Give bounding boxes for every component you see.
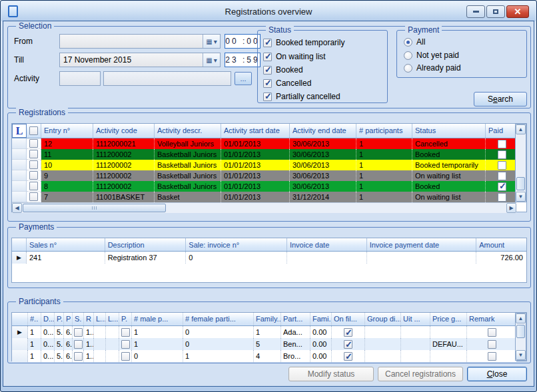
- checkbox-icon[interactable]: [263, 39, 272, 47]
- paid-checkbox-icon[interactable]: [498, 150, 506, 159]
- checkbox-icon[interactable]: [263, 79, 272, 88]
- scroll-down-icon[interactable]: ▼: [516, 192, 526, 202]
- scroll-right-icon[interactable]: ▶: [506, 203, 516, 213]
- cell-checkbox[interactable]: [467, 350, 516, 362]
- status-option-booked[interactable]: Booked: [263, 65, 303, 75]
- checkbox-icon[interactable]: [263, 66, 272, 75]
- checkbox-icon[interactable]: [29, 171, 38, 180]
- checkbox-icon[interactable]: [344, 328, 352, 337]
- horizontal-scroll-thumb[interactable]: [23, 204, 166, 212]
- list-icon[interactable]: L: [12, 124, 27, 138]
- cell-paid[interactable]: [486, 149, 516, 160]
- registration-row[interactable]: 7 11001BASKET Basket 01/01/2013 31/12/20…: [12, 192, 526, 202]
- checkbox-icon[interactable]: [74, 340, 83, 349]
- row-header[interactable]: [12, 170, 27, 181]
- participants-col-header[interactable]: # female parti...: [183, 313, 254, 325]
- till-time-input[interactable]: 23 :59: [225, 53, 261, 67]
- status-option-cancelled[interactable]: Cancelled: [263, 79, 311, 88]
- participants-col-header[interactable]: On fil...: [332, 313, 365, 325]
- cell-checkbox[interactable]: [73, 350, 84, 362]
- registration-row[interactable]: 11 111200002 Basketball Juniors 01/01/20…: [12, 149, 526, 160]
- participants-col-header[interactable]: S.: [73, 313, 84, 325]
- status-option-booked-temporarily[interactable]: Booked temporarily: [263, 38, 344, 47]
- close-window-button[interactable]: ✕: [506, 5, 529, 18]
- col-header-invoice-payment-date[interactable]: Invoice payment date: [367, 238, 477, 251]
- checkbox-icon[interactable]: [121, 340, 130, 349]
- participants-col-header[interactable]: Uit ...: [401, 313, 430, 325]
- radio-icon[interactable]: [404, 38, 412, 47]
- cell-checkbox[interactable]: [467, 338, 516, 350]
- till-date-input[interactable]: 17 November 2015 ▦▾: [59, 53, 221, 67]
- cell-checkbox[interactable]: [332, 338, 365, 350]
- checkbox-icon[interactable]: [29, 126, 38, 135]
- paid-checkbox-icon[interactable]: [498, 193, 506, 202]
- row-header[interactable]: [12, 149, 27, 160]
- from-calendar-dropdown[interactable]: ▦▾: [203, 35, 220, 48]
- cell-checkbox[interactable]: [332, 350, 365, 362]
- col-header-end-date[interactable]: Activity end date: [290, 124, 356, 138]
- close-button[interactable]: Close: [467, 367, 527, 381]
- col-header-invoice[interactable]: Sale: invoice n°: [186, 238, 287, 251]
- checkbox-icon[interactable]: [344, 352, 352, 361]
- participants-col-header[interactable]: #..: [28, 313, 41, 325]
- cell-paid[interactable]: [486, 160, 516, 170]
- cell-paid[interactable]: [486, 181, 516, 192]
- checkbox-icon[interactable]: [488, 328, 496, 337]
- registration-row[interactable]: 8 111200002 Basketball Juniors 01/01/201…: [12, 181, 526, 192]
- paid-checkbox-icon[interactable]: [498, 182, 506, 191]
- registration-row[interactable]: 12 1112000021 Volleyball Juniors 01/01/2…: [12, 138, 526, 149]
- paid-checkbox-icon[interactable]: [498, 140, 506, 148]
- cancel-registrations-button[interactable]: Cancel registrations: [378, 367, 463, 381]
- checkbox-icon[interactable]: [263, 53, 272, 61]
- row-checkbox-cell[interactable]: [27, 192, 41, 202]
- col-header-participants[interactable]: # participants: [356, 124, 412, 138]
- modify-status-button[interactable]: Modify status: [288, 367, 374, 381]
- title-bar[interactable]: Registrations overview ✕: [1, 1, 536, 21]
- col-header-start-date[interactable]: Activity start date: [221, 124, 290, 138]
- col-header-activity-code[interactable]: Activity code: [93, 124, 155, 138]
- payment-option-not-yet-paid[interactable]: Not yet paid: [404, 51, 459, 60]
- checkbox-icon[interactable]: [29, 182, 38, 190]
- participants-col-header[interactable]: L...: [106, 313, 119, 325]
- row-header[interactable]: [12, 160, 27, 170]
- col-header-amount[interactable]: Amount: [476, 238, 526, 251]
- checkbox-icon[interactable]: [121, 352, 130, 361]
- participants-col-header[interactable]: Fami...: [310, 313, 332, 325]
- participants-col-header[interactable]: D...: [41, 313, 55, 325]
- participants-col-header[interactable]: Price g...: [430, 313, 467, 325]
- col-header-activity-descr[interactable]: Activity descr.: [155, 124, 221, 138]
- cell-checkbox[interactable]: [119, 350, 132, 362]
- payment-row[interactable]: ▶ 241 Registration 37 0 726.00: [12, 252, 526, 264]
- paid-checkbox-icon[interactable]: [498, 172, 506, 180]
- radio-icon[interactable]: [404, 64, 412, 73]
- col-header-invoice-date[interactable]: Invoice date: [287, 238, 367, 251]
- activity-name-input[interactable]: [103, 71, 231, 86]
- participants-col-header[interactable]: Remark: [467, 313, 516, 325]
- checkbox-icon[interactable]: [74, 352, 83, 361]
- checkbox-icon[interactable]: [488, 352, 496, 361]
- cell-paid[interactable]: [486, 192, 516, 202]
- payment-option-all[interactable]: All: [404, 37, 425, 47]
- paid-checkbox-icon[interactable]: [498, 161, 506, 170]
- from-date-input[interactable]: ▦▾: [59, 34, 221, 49]
- participants-col-header[interactable]: Group di...: [365, 313, 401, 325]
- row-header[interactable]: [12, 138, 27, 149]
- from-time-input[interactable]: 00 :00: [225, 34, 261, 49]
- cell-paid[interactable]: [486, 170, 516, 181]
- checkbox-icon[interactable]: [29, 139, 38, 148]
- participants-col-header[interactable]: Part...: [281, 313, 310, 325]
- cell-checkbox[interactable]: [332, 326, 365, 338]
- activity-browse-button[interactable]: ...: [235, 72, 252, 85]
- participant-row[interactable]: 1 0... 5. 6. 1... 1 0 5 Ben... 0.00 DEFA…: [12, 338, 516, 350]
- status-option-on-waiting-list[interactable]: On waiting list: [263, 52, 326, 61]
- participants-col-header[interactable]: P.: [119, 313, 132, 325]
- registration-row[interactable]: 10 111200002 Basketball Juniors 01/01/20…: [12, 160, 526, 170]
- activity-code-input[interactable]: [59, 71, 101, 86]
- scroll-up-icon[interactable]: ▲: [516, 313, 526, 323]
- row-checkbox-cell[interactable]: [27, 160, 41, 170]
- col-header-paid[interactable]: Paid: [486, 124, 516, 138]
- select-all-checkbox-cell[interactable]: [27, 124, 41, 138]
- cell-checkbox[interactable]: [73, 326, 84, 338]
- scroll-up-icon[interactable]: ▲: [516, 124, 526, 134]
- cell-paid[interactable]: [486, 138, 516, 149]
